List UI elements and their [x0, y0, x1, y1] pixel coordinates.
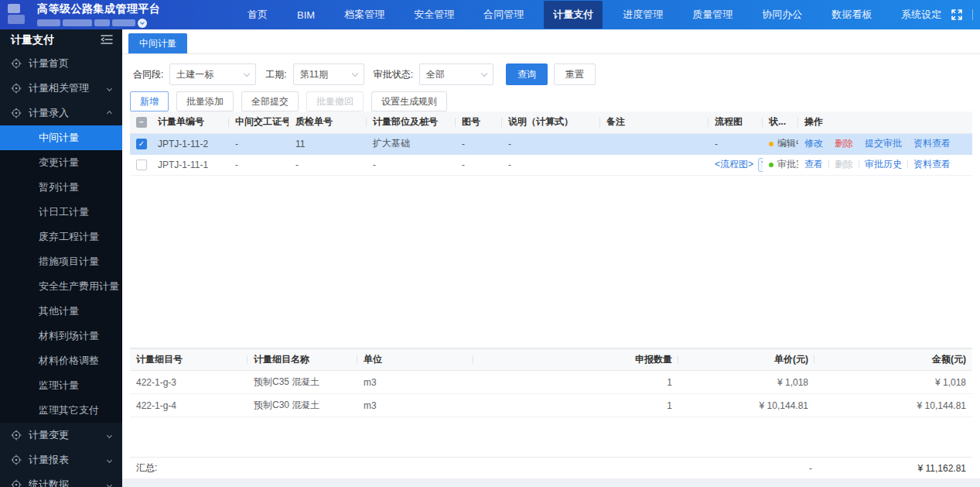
- approval-history-link[interactable]: 审批历史: [865, 159, 902, 170]
- redacted-text: [63, 19, 92, 26]
- nav-item-archives[interactable]: 档案管理: [335, 1, 394, 29]
- col-header-unit-price: 单价(元): [678, 349, 814, 371]
- chevron-up-icon: [107, 110, 112, 115]
- nav-item-measurement-payment[interactable]: 计量支付: [544, 1, 603, 29]
- contract-section-select[interactable]: 土建一标: [169, 63, 256, 85]
- nav-item-collaboration[interactable]: 协同办公: [753, 1, 811, 29]
- sidebar-item-material-arrival-measure[interactable]: 材料到场计量: [0, 324, 122, 348]
- submit-all-button[interactable]: 全部提交: [241, 91, 299, 111]
- chevron-down-icon: [107, 457, 112, 462]
- set-generation-rules-button[interactable]: 设置生成规则: [371, 91, 447, 111]
- qty-cell: 1: [473, 371, 678, 394]
- batch-add-button[interactable]: 批量添加: [176, 91, 234, 111]
- handover-no-cell: -: [229, 154, 289, 175]
- handover-no-cell: -: [229, 133, 289, 154]
- redacted-text: [94, 19, 110, 26]
- contract-section-value: 土建一标: [176, 68, 213, 81]
- period-select[interactable]: 第11期: [293, 63, 364, 85]
- sidebar-item-daywork-measure[interactable]: 计日工计量: [0, 200, 122, 225]
- reset-button[interactable]: 重置: [554, 63, 596, 85]
- table-row[interactable]: JPTJ-1-11-1 - - - - - <流程图>审 审批完成 查看删除审批…: [130, 154, 972, 175]
- col-header-measure-no: 计量单编号: [152, 111, 229, 133]
- batch-withdraw-button[interactable]: 批量撤回: [306, 91, 364, 111]
- nav-item-safety[interactable]: 安全管理: [405, 1, 463, 29]
- sidebar-item-measure-home[interactable]: 计量首页: [0, 51, 122, 76]
- sidebar-item-label: 计量录入: [29, 106, 69, 120]
- flowchart-link[interactable]: <流程图>: [715, 159, 753, 170]
- view-link[interactable]: 查看: [804, 159, 823, 170]
- fullscreen-icon[interactable]: [951, 9, 963, 21]
- sidebar-item-material-price-adjust[interactable]: 材料价格调整: [0, 348, 122, 373]
- period-value: 第11期: [300, 68, 328, 81]
- chevron-down-icon: [351, 70, 357, 76]
- top-navigation: 首页 BIM 档案管理 安全管理 合同管理 计量支付 进度管理 质量管理 协同办…: [238, 1, 951, 29]
- sidebar-item-change-measure[interactable]: 变更计量: [0, 150, 122, 175]
- audit-badge-button[interactable]: 审: [758, 158, 763, 172]
- description-cell: -: [502, 154, 600, 175]
- sidebar-item-abandoned-work-measure[interactable]: 废弃工程计量: [0, 225, 122, 249]
- sidebar-title: 计量支付: [11, 33, 54, 47]
- submit-approval-link[interactable]: 提交审批: [865, 138, 902, 149]
- module-icon: [11, 454, 22, 465]
- location-cell: 扩大基础: [367, 133, 456, 154]
- sidebar-item-safety-cost-measure[interactable]: 安全生产费用计量: [0, 274, 122, 299]
- delete-link-disabled[interactable]: 删除: [835, 159, 853, 170]
- nav-item-home[interactable]: 首页: [238, 1, 277, 29]
- unit-cell: m3: [357, 371, 473, 394]
- sidebar-item-supervision-other-payment[interactable]: 监理其它支付: [0, 398, 122, 423]
- content-panel: 合同段: 土建一标 工期: 第11期 审批状态: 全部 查询 重置: [122, 54, 980, 478]
- nav-item-bim[interactable]: BIM: [288, 2, 324, 28]
- chevron-down-icon: [244, 70, 250, 76]
- chevron-down-icon: [107, 85, 112, 91]
- sidebar-item-measure-entry[interactable]: 计量录入: [0, 101, 122, 125]
- sidebar-item-measure-report[interactable]: 计量报表: [0, 448, 122, 472]
- col-header-declared-qty: 申报数量: [473, 349, 678, 371]
- chevron-down-icon[interactable]: [138, 19, 147, 28]
- app-subtitle-redacted: [37, 19, 161, 28]
- nav-item-contract[interactable]: 合同管理: [474, 1, 533, 29]
- view-documents-link[interactable]: 资料查看: [913, 138, 951, 149]
- section-divider: [130, 342, 972, 348]
- sidebar-item-other-measure[interactable]: 其他计量: [0, 299, 122, 324]
- sidebar-item-measure-change[interactable]: 计量变更: [0, 423, 122, 448]
- detail-header-row: 计量细目号 计量细目名称 单位 申报数量 单价(元) 金额(元): [130, 349, 972, 371]
- nav-item-dashboard[interactable]: 数据看板: [822, 1, 881, 29]
- divider: [972, 9, 973, 20]
- app-logo: 高等级公路集成管理平台: [0, 2, 195, 28]
- menu-collapse-icon[interactable]: [101, 34, 113, 47]
- nav-item-quality[interactable]: 质量管理: [683, 1, 742, 29]
- detail-row[interactable]: 422-1-g-4 预制C30 混凝土 m3 1 ¥ 10,144.81 ¥ 1…: [130, 394, 972, 417]
- item-name-cell: 预制C30 混凝土: [248, 394, 357, 417]
- search-button[interactable]: 查询: [506, 63, 548, 85]
- row-checkbox[interactable]: [136, 139, 147, 149]
- sidebar-item-provisional-measure[interactable]: 暂列计量: [0, 175, 122, 200]
- edit-link[interactable]: 修改: [804, 138, 823, 149]
- select-all-checkbox[interactable]: [136, 117, 147, 128]
- col-header-location: 计量部位及桩号: [367, 111, 456, 133]
- col-header-item-code: 计量细目号: [130, 349, 248, 371]
- col-header-item-name: 计量细目名称: [248, 349, 357, 371]
- row-checkbox[interactable]: [136, 159, 147, 170]
- nav-item-progress[interactable]: 进度管理: [613, 1, 672, 29]
- unit-price-cell: ¥ 1,018: [678, 371, 814, 394]
- description-cell: -: [502, 133, 600, 154]
- table-row[interactable]: JPTJ-1-11-2 - 11 扩大基础 - - - 编辑中 修改删除提交审批…: [130, 133, 972, 154]
- remark-cell: [600, 154, 709, 175]
- tab-intermediate-measure[interactable]: 中间计量: [128, 33, 187, 53]
- add-button[interactable]: 新增: [130, 91, 169, 111]
- sidebar-item-label: 计量报表: [29, 453, 69, 467]
- sidebar-item-supervision-measure[interactable]: 监理计量: [0, 373, 122, 398]
- sidebar-item-measure-project-measure[interactable]: 措施项目计量: [0, 249, 122, 274]
- sidebar-item-statistics[interactable]: 统计数据: [0, 472, 122, 487]
- delete-link[interactable]: 删除: [835, 138, 853, 149]
- detail-row[interactable]: 422-1-g-3 预制C35 混凝土 m3 1 ¥ 1,018 ¥ 1,018: [130, 371, 972, 394]
- view-documents-link[interactable]: 资料查看: [913, 159, 951, 170]
- summary-row: 汇总: - ¥ 11,162.81: [130, 457, 972, 478]
- nav-item-system-settings[interactable]: 系统设定: [892, 1, 951, 29]
- sidebar-item-measure-related[interactable]: 计量相关管理: [0, 76, 122, 101]
- approval-status-select[interactable]: 全部: [419, 63, 493, 85]
- drawing-no-cell: -: [456, 154, 502, 175]
- chevron-down-icon: [481, 70, 487, 76]
- sidebar-item-intermediate-measure[interactable]: 中间计量: [0, 125, 122, 150]
- sidebar: 计量支付 计量首页 计量相关管: [0, 29, 122, 487]
